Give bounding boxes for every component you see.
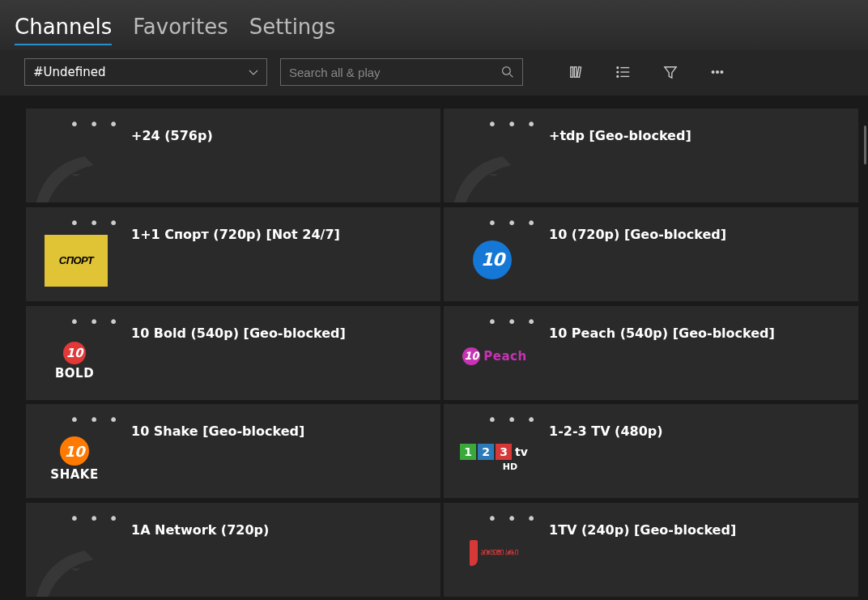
channel-thumbnail [26, 130, 123, 202]
channel-logo: СПОРТ [45, 235, 108, 287]
channel-logo: ᲞᲘᲠᲕᲔᲚᲘ ᲐᲠᲮᲘ [470, 538, 519, 568]
tab-settings[interactable]: Settings [249, 15, 336, 44]
channel-item[interactable]: • • • 1+1 Спорт (720p) [Not 24/7] СПОРТ [26, 207, 440, 301]
svg-point-0 [503, 67, 511, 75]
channel-item[interactable]: • • • 1-2-3 TV (480p) 123tvHD [444, 404, 858, 498]
channel-item[interactable]: • • • +24 (576p) [26, 109, 440, 202]
channel-thumbnail: 10BOLD [26, 327, 123, 400]
channel-title: 1+1 Спорт (720p) [Not 24/7] [131, 227, 340, 242]
svg-point-10 [617, 76, 619, 78]
list-view-icon[interactable] [615, 64, 632, 80]
channel-logo: 123tvHD [460, 444, 528, 472]
channel-more-icon[interactable]: • • • [70, 219, 121, 227]
channel-title: 1-2-3 TV (480p) [549, 423, 663, 439]
channel-item[interactable]: • • • +tdp [Geo-blocked] [444, 109, 858, 202]
svg-rect-3 [574, 67, 577, 78]
channel-item[interactable]: • • • 10 (720p) [Geo-blocked] 10 [444, 207, 858, 301]
svg-line-1 [509, 74, 513, 77]
chevron-down-icon [249, 67, 258, 77]
channel-item[interactable]: • • • 10 Bold (540p) [Geo-blocked] 10BOL… [26, 306, 440, 400]
channel-more-icon[interactable]: • • • [70, 317, 121, 326]
svg-rect-2 [571, 67, 573, 78]
channel-thumbnail: 10SHAKE [26, 425, 123, 498]
channel-title: 1A Network (720p) [131, 522, 269, 538]
channel-more-icon[interactable]: • • • [487, 219, 538, 227]
channel-logo: 10BOLD [55, 342, 94, 381]
channel-title: +24 (576p) [131, 128, 213, 143]
channel-title: 10 Peach (540p) [Geo-blocked] [549, 326, 775, 341]
svg-point-12 [717, 71, 719, 74]
channel-item[interactable]: • • • 10 Shake [Geo-blocked] 10SHAKE [26, 404, 440, 498]
svg-point-9 [617, 71, 619, 73]
channel-thumbnail: 123tvHD [444, 425, 541, 498]
channel-thumbnail: 10Peach [444, 327, 541, 400]
channel-more-icon[interactable]: • • • [70, 120, 121, 128]
tab-channels[interactable]: Channels [15, 15, 112, 44]
satellite-icon [26, 524, 107, 597]
channel-logo: 10Peach [462, 347, 526, 365]
main-tabs: Channels Favorites Settings [0, 0, 868, 50]
channel-thumbnail [26, 524, 123, 597]
svg-point-11 [712, 71, 714, 74]
category-dropdown[interactable]: #Undefined [24, 58, 267, 86]
more-icon[interactable] [709, 64, 725, 80]
channel-grid: • • • +24 (576p) • • • +tdp [Geo-blocked… [0, 96, 868, 598]
channel-more-icon[interactable]: • • • [70, 514, 121, 522]
dropdown-value: #Undefined [33, 65, 106, 79]
channel-logo: 10SHAKE [50, 436, 98, 482]
svg-rect-4 [577, 67, 581, 78]
search-box[interactable] [280, 58, 523, 86]
satellite-icon [26, 130, 107, 202]
scrollbar[interactable] [864, 126, 866, 164]
channel-item[interactable]: • • • 1TV (240p) [Geo-blocked] ᲞᲘᲠᲕᲔᲚᲘ Ა… [444, 503, 858, 597]
search-input[interactable] [289, 66, 501, 79]
channel-thumbnail [444, 130, 541, 202]
channel-more-icon[interactable]: • • • [487, 514, 538, 522]
search-icon [501, 66, 514, 79]
filter-icon[interactable] [662, 64, 679, 80]
channel-thumbnail: СПОРТ [26, 228, 123, 301]
channel-more-icon[interactable]: • • • [487, 317, 538, 326]
library-icon[interactable] [568, 64, 585, 80]
channel-title: 10 (720p) [Geo-blocked] [549, 227, 726, 242]
channel-thumbnail: 10 [444, 228, 541, 301]
channel-title: 10 Bold (540p) [Geo-blocked] [131, 326, 346, 341]
channel-more-icon[interactable]: • • • [70, 415, 121, 423]
satellite-icon [444, 130, 525, 202]
channel-item[interactable]: • • • 1A Network (720p) [26, 503, 440, 597]
tab-favorites[interactable]: Favorites [133, 15, 228, 44]
channel-more-icon[interactable]: • • • [487, 415, 538, 423]
channel-thumbnail: ᲞᲘᲠᲕᲔᲚᲘ ᲐᲠᲮᲘ [444, 524, 541, 597]
svg-point-13 [721, 71, 723, 74]
svg-point-8 [617, 67, 619, 69]
channel-logo: 10 [473, 240, 512, 279]
channel-title: +tdp [Geo-blocked] [549, 128, 691, 143]
channel-title: 10 Shake [Geo-blocked] [131, 423, 304, 439]
channel-more-icon[interactable]: • • • [487, 120, 538, 128]
toolbar: #Undefined [0, 50, 868, 96]
channel-item[interactable]: • • • 10 Peach (540p) [Geo-blocked] 10Pe… [444, 306, 858, 400]
channel-title: 1TV (240p) [Geo-blocked] [549, 522, 736, 538]
